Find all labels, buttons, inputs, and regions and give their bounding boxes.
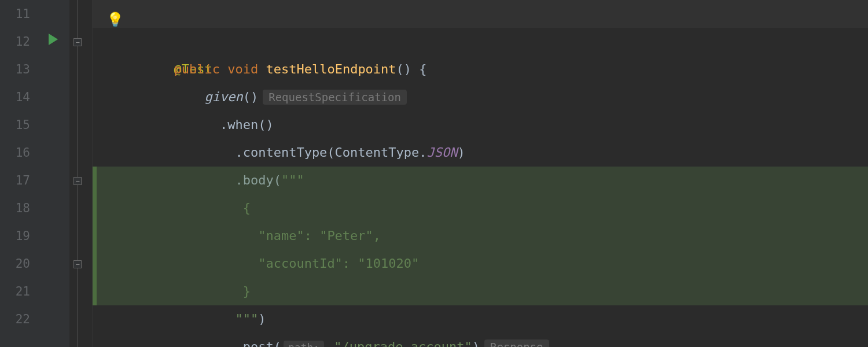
fold-column: [69, 0, 93, 347]
inlay-hint: path:: [284, 341, 324, 347]
code-line[interactable]: "name": "Peter",: [93, 194, 868, 222]
code-line[interactable]: given()RequestSpecification: [93, 56, 868, 83]
line-number: 17: [0, 167, 30, 194]
line-number: 12: [0, 28, 30, 56]
code-line[interactable]: "accountId": "101020": [93, 222, 868, 250]
run-test-icon[interactable]: [49, 34, 58, 45]
string-token: "/upgrade-account": [334, 339, 472, 347]
code-line[interactable]: 💡 @Test: [93, 0, 868, 28]
line-number: 13: [0, 56, 30, 83]
punct-token: ): [472, 339, 480, 347]
line-number: 20: [0, 250, 30, 278]
inlay-hint: Response: [484, 339, 549, 347]
code-editor[interactable]: 11 12 13 14 15 16 17 18 19 20 21 22 💡 @T…: [0, 0, 868, 347]
gutter-icon-column: [41, 0, 69, 347]
fold-toggle-icon[interactable]: [73, 260, 82, 268]
fold-toggle-icon[interactable]: [73, 177, 82, 185]
line-number: 22: [0, 305, 30, 333]
code-line[interactable]: .contentType(ContentType.JSON): [93, 111, 868, 139]
code-line[interactable]: {: [93, 167, 868, 194]
method-token: .post(: [220, 339, 281, 347]
code-line[interactable]: }: [93, 250, 868, 278]
code-line[interactable]: public void testHelloEndpoint() {: [93, 28, 868, 56]
line-number: 16: [0, 139, 30, 167]
line-number: 11: [0, 0, 30, 28]
code-line[interactable]: .when(): [93, 83, 868, 111]
line-number: 21: [0, 278, 30, 305]
line-number: 15: [0, 111, 30, 139]
line-number-gutter: 11 12 13 14 15 16 17 18 19 20 21 22: [0, 0, 41, 347]
line-number: 19: [0, 222, 30, 250]
line-number: 14: [0, 83, 30, 111]
code-line[interactable]: .post(path: "/upgrade-account")Response: [93, 305, 868, 333]
fold-toggle-icon[interactable]: [73, 38, 82, 46]
line-number: 18: [0, 194, 30, 222]
code-area[interactable]: 💡 @Test public void testHelloEndpoint() …: [93, 0, 868, 347]
code-line[interactable]: .body(""": [93, 139, 868, 167]
code-line[interactable]: """): [93, 278, 868, 305]
